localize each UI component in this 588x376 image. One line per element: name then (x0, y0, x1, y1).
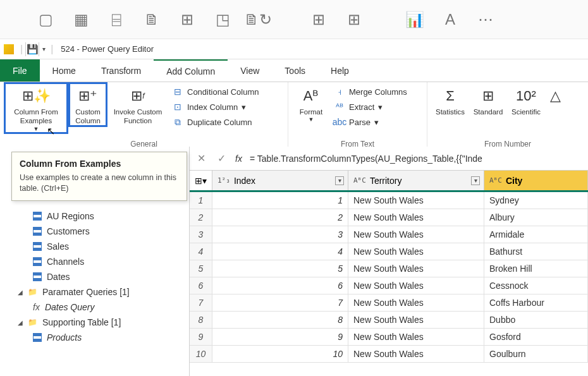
query-group-supporting[interactable]: ◢📁Supporting Table [1] (0, 315, 189, 330)
cell-city[interactable]: Armidale (484, 226, 588, 243)
cell-index[interactable]: 8 (212, 312, 348, 328)
table-row[interactable]: 33New South WalesArmidale (190, 226, 588, 243)
cell-city[interactable]: Gosford (484, 329, 588, 345)
cell-territory[interactable]: New South Wales (348, 277, 484, 294)
extract-button[interactable]: ᴬᴮExtract ▾ (331, 100, 410, 114)
cancel-formula-icon[interactable]: ✕ (195, 152, 207, 164)
formula-text[interactable]: = Table.TransformColumnTypes(AU_Regions_… (250, 154, 482, 164)
query-group-parameter[interactable]: ◢📁Paramater Queries [1] (0, 284, 189, 300)
cell-territory[interactable]: New South Wales (348, 192, 484, 209)
row-number: 10 (190, 346, 212, 362)
tab-tools[interactable]: Tools (272, 59, 318, 82)
query-products[interactable]: Products (0, 330, 189, 345)
cell-index[interactable]: 3 (212, 226, 348, 243)
conditional-column-button[interactable]: ⊟Conditional Column (169, 85, 261, 99)
table-row[interactable]: 1010New South WalesGoulburn (190, 346, 588, 363)
cell-index[interactable]: 6 (212, 277, 348, 294)
table-row[interactable]: 77New South WalesCoffs Harbour (190, 294, 588, 312)
custom-column-icon: ⊞⁺ (78, 86, 98, 106)
cell-territory[interactable]: New South Wales (348, 312, 484, 328)
cell-city[interactable]: Cessnock (484, 277, 588, 294)
titlebar: | 💾 ▾ | 524 - Power Query Editor (0, 39, 588, 59)
table-row[interactable]: 11New South WalesSydney (190, 192, 588, 209)
table-row[interactable]: 55New South WalesBroken Hill (190, 260, 588, 277)
tab-transform[interactable]: Transform (89, 59, 154, 82)
cell-index[interactable]: 7 (212, 294, 348, 311)
index-icon: ⊡ (172, 101, 183, 112)
standard-button[interactable]: ⊞ Standard (470, 83, 506, 116)
cell-territory[interactable]: New South Wales (348, 243, 484, 260)
query-dates[interactable]: Dates (0, 269, 189, 284)
row-number: 1 (190, 192, 212, 209)
icon-generic: ▢ (32, 6, 59, 33)
column-header-index[interactable]: 1²₃Index▾ (212, 171, 348, 190)
tab-file[interactable]: File (0, 59, 40, 82)
save-icon[interactable]: 💾 (25, 42, 39, 56)
invoke-custom-function-button[interactable]: ⊞f Invoke Custom Function (109, 83, 167, 126)
cell-territory[interactable]: New South Wales (348, 294, 484, 311)
column-header-territory[interactable]: AᴮCTerritory▾ (348, 171, 484, 190)
query-channels[interactable]: Channels (0, 254, 189, 269)
cell-city[interactable]: Bathurst (484, 243, 588, 260)
cell-territory[interactable]: New South Wales (348, 329, 484, 345)
column-header-city[interactable]: AᴮCCity (484, 171, 588, 190)
cell-index[interactable]: 4 (212, 243, 348, 260)
cell-index[interactable]: 1 (212, 192, 348, 209)
cell-territory[interactable]: New South Wales (348, 346, 484, 362)
cell-city[interactable]: Albury (484, 209, 588, 226)
icon-table2: ⊞ (340, 6, 368, 33)
filter-dropdown-icon[interactable]: ▾ (471, 176, 480, 185)
group-label: Supporting Table [1] (42, 317, 121, 327)
cell-territory[interactable]: New South Wales (348, 226, 484, 243)
table-options-button[interactable]: ⊞▾ (190, 171, 212, 190)
column-from-examples-button[interactable]: ⊞✨ Column From Examples ▼ (5, 83, 67, 133)
query-sales[interactable]: Sales (0, 239, 189, 254)
icon-chart: 📊 (401, 6, 429, 33)
format-button[interactable]: Aᴮ Format ▼ (293, 83, 329, 124)
table-row[interactable]: 22New South WalesAlbury (190, 209, 588, 226)
parse-button[interactable]: abcParse ▾ (331, 115, 410, 129)
index-column-label: Index Column (187, 102, 238, 112)
custom-column-button[interactable]: ⊞⁺ Custom Column (70, 83, 106, 126)
tab-home[interactable]: Home (40, 59, 89, 82)
divider: | (20, 44, 23, 55)
query-label: Dates (47, 272, 70, 282)
fx-icon[interactable]: fx (235, 154, 242, 164)
collapse-icon: ◢ (18, 319, 23, 326)
cell-index[interactable]: 10 (212, 346, 348, 362)
query-au-regions[interactable]: AU Regions (0, 209, 189, 224)
filter-dropdown-icon[interactable]: ▾ (335, 176, 344, 185)
tab-help[interactable]: Help (318, 59, 362, 82)
grid-area: ✕ ✓ fx = Table.TransformColumnTypes(AU_R… (190, 147, 588, 376)
table-row[interactable]: 44New South WalesBathurst (190, 243, 588, 260)
qat-dropdown-icon[interactable]: ▾ (39, 45, 48, 52)
accept-formula-icon[interactable]: ✓ (215, 152, 228, 164)
icon-excel: ▦ (67, 6, 95, 33)
cell-city[interactable]: Sydney (484, 192, 588, 209)
extract-label: Extract (349, 102, 374, 112)
query-customers[interactable]: Customers (0, 224, 189, 239)
query-dates-query[interactable]: fxDates Query (0, 300, 189, 315)
tab-add-column[interactable]: Add Column (154, 59, 228, 82)
format-icon: Aᴮ (301, 86, 321, 106)
cell-index[interactable]: 9 (212, 329, 348, 345)
statistics-button[interactable]: Σ Statistics (432, 83, 468, 116)
table-row[interactable]: 88New South WalesDubbo (190, 312, 588, 329)
table-row[interactable]: 66New South WalesCessnock (190, 277, 588, 294)
cell-index[interactable]: 5 (212, 260, 348, 277)
cell-city[interactable]: Coffs Harbour (484, 294, 588, 311)
table-row[interactable]: 99New South WalesGosford (190, 329, 588, 346)
merge-columns-button[interactable]: ⫞Merge Columns (331, 85, 410, 99)
duplicate-column-button[interactable]: ⧉Duplicate Column (169, 115, 261, 129)
cell-territory[interactable]: New South Wales (348, 209, 484, 226)
cell-index[interactable]: 2 (212, 209, 348, 226)
cell-city[interactable]: Broken Hill (484, 260, 588, 277)
index-column-button[interactable]: ⊡Index Column ▾ (169, 100, 261, 114)
group-label: Paramater Queries [1] (42, 287, 130, 297)
scientific-button[interactable]: 10² Scientific (508, 83, 544, 116)
cell-city[interactable]: Dubbo (484, 312, 588, 328)
cell-territory[interactable]: New South Wales (348, 260, 484, 277)
tab-view[interactable]: View (228, 59, 272, 82)
more-number-button[interactable]: △ (546, 83, 564, 107)
cell-city[interactable]: Goulburn (484, 346, 588, 362)
